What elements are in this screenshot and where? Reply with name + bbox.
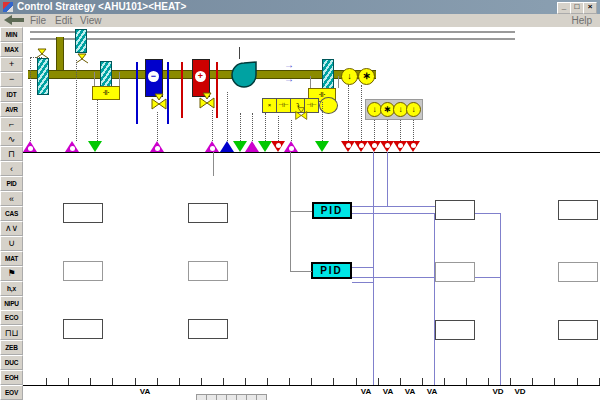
triangle-dot <box>411 143 416 148</box>
signal-dash <box>265 113 266 141</box>
module-placeholder[interactable] <box>435 320 475 340</box>
signal-dash <box>278 116 279 141</box>
back-arrow-icon[interactable] <box>4 15 12 25</box>
io-rail <box>23 152 600 153</box>
grid-tick <box>179 378 180 385</box>
signal-dash <box>240 113 241 141</box>
module-placeholder[interactable] <box>435 262 475 282</box>
bracket <box>94 72 95 86</box>
tool-zeb-button[interactable]: ZEB <box>0 340 23 355</box>
chilled-water-pipe <box>136 62 138 124</box>
channel-label: VD <box>486 387 510 396</box>
temp-sensor-icon[interactable]: ↓ <box>341 68 358 85</box>
tool-nipu-button[interactable]: NIPU <box>0 296 23 311</box>
damper-outside-air[interactable] <box>75 29 87 53</box>
menu-help[interactable]: Help <box>571 14 592 27</box>
logic-box[interactable]: × <box>262 98 277 113</box>
tool-duc-button[interactable]: DUC <box>0 355 23 370</box>
grid-tick <box>333 378 334 385</box>
triangle-dot <box>289 146 294 151</box>
grid-tick <box>577 378 578 385</box>
pid-block[interactable]: PID <box>311 262 352 279</box>
signal-dash <box>361 85 362 141</box>
tool-pulse-icon[interactable]: ⊓⊔ <box>0 325 23 340</box>
close-button[interactable]: × <box>583 2 597 14</box>
channel-label: VA <box>354 387 378 396</box>
signal-dash <box>413 120 414 141</box>
grid-tick <box>201 378 202 385</box>
triangle-dot <box>398 143 403 148</box>
tool-cas-button[interactable]: CAS <box>0 206 23 221</box>
grid-tick <box>46 378 47 385</box>
tool-limit-curve-icon[interactable]: ⌐ <box>0 117 23 132</box>
tool-dip-wave-icon[interactable]: ∪ <box>0 236 23 251</box>
valve-icon[interactable] <box>197 91 219 110</box>
triangle-dot <box>359 143 364 148</box>
module-placeholder[interactable] <box>558 200 598 220</box>
grid-tick <box>378 378 379 385</box>
wire <box>352 206 435 207</box>
tool-eco-button[interactable]: ECO <box>0 310 23 325</box>
channel-label: VA <box>398 387 422 396</box>
temp-sensor-icon[interactable]: ↓ <box>406 102 421 117</box>
cooling-coil-symbol: − <box>148 71 159 82</box>
supply-fan-icon[interactable] <box>229 58 265 90</box>
maximize-button[interactable]: □ <box>570 2 584 14</box>
airflow-arrow-icon: → <box>284 74 294 84</box>
grid-tick <box>135 378 136 385</box>
module-placeholder[interactable] <box>188 203 228 223</box>
tool-shift-icon[interactable]: « <box>0 191 23 206</box>
hot-water-pipe <box>181 62 183 118</box>
triangle-dot <box>70 146 75 151</box>
signal-dash <box>76 60 77 141</box>
module-placeholder[interactable] <box>558 320 598 340</box>
tool-flag-icon[interactable]: ⚑ <box>0 266 23 281</box>
tool-eov-button[interactable]: EOV <box>0 385 23 400</box>
tool-eoh-button[interactable]: EOH <box>0 370 23 385</box>
damper-recirc[interactable] <box>37 58 49 95</box>
valve-icon[interactable] <box>293 106 311 121</box>
module-placeholder[interactable] <box>188 319 228 339</box>
grid-tick <box>422 378 423 385</box>
tool-mat-button[interactable]: MAT <box>0 251 23 266</box>
module-placeholder[interactable] <box>558 262 598 282</box>
grid-tick <box>90 378 91 385</box>
tool-compare-icon[interactable]: ‹ <box>0 161 23 176</box>
menu-file[interactable]: File <box>30 14 46 27</box>
module-placeholder[interactable] <box>63 261 103 281</box>
module-placeholder[interactable] <box>63 203 103 223</box>
minimize-button[interactable]: _ <box>557 2 571 14</box>
grid-tick <box>510 378 511 385</box>
tool-step-function-icon[interactable]: ⊓ <box>0 146 23 161</box>
module-placeholder[interactable] <box>63 319 103 339</box>
bracket <box>119 72 120 86</box>
module-placeholder[interactable] <box>435 200 475 220</box>
frost-sensor-icon[interactable]: ∗ <box>358 68 375 85</box>
tool-avr-button[interactable]: AVR <box>0 102 23 117</box>
grid-tick <box>289 378 290 385</box>
channel-label: VD <box>508 387 532 396</box>
tool-triangle-wave-icon[interactable]: ∧∨ <box>0 221 23 236</box>
tool-hx-button[interactable]: h,x <box>0 281 23 296</box>
wire <box>290 271 312 272</box>
logic-box[interactable]: ⊣⊢ <box>276 98 291 113</box>
module-placeholder[interactable] <box>188 261 228 281</box>
pid-block[interactable]: PID <box>312 202 352 219</box>
triangle-dot <box>385 143 390 148</box>
tool-subtract-icon[interactable]: − <box>0 72 23 87</box>
signal-dash <box>97 100 98 141</box>
valve-icon[interactable] <box>149 92 171 111</box>
tool-add-icon[interactable]: + <box>0 57 23 72</box>
menu-view[interactable]: View <box>80 14 102 27</box>
tool-pid-button[interactable]: PID <box>0 176 23 191</box>
tool-idt-button[interactable]: IDT <box>0 87 23 102</box>
dp-switch[interactable]: -||- <box>92 86 120 100</box>
tool-min-button[interactable]: MIN <box>0 27 23 42</box>
tool-max-button[interactable]: MAX <box>0 42 23 57</box>
channel-label: VA <box>420 387 444 396</box>
menu-edit[interactable]: Edit <box>55 14 72 27</box>
signal-dash <box>374 120 375 141</box>
tool-hysteresis-curve-icon[interactable]: ∿ <box>0 131 23 146</box>
signal-dash <box>157 112 158 141</box>
signal-dash <box>227 92 228 141</box>
